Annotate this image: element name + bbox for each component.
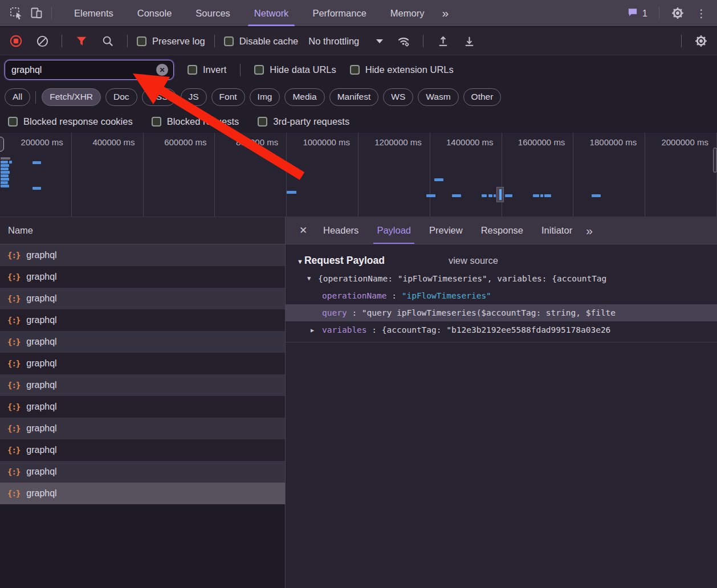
overview-left-handle[interactable] xyxy=(0,137,4,152)
overflow-menu-icon[interactable]: ⋮ xyxy=(691,7,711,20)
braces-icon: {:} xyxy=(7,467,20,476)
name-column-header[interactable]: Name xyxy=(0,217,285,244)
request-row[interactable]: {:} graphql xyxy=(0,461,285,483)
tab-network[interactable]: Network xyxy=(242,0,301,26)
filter-chip-doc[interactable]: Doc xyxy=(105,88,137,106)
device-toolbar-icon[interactable] xyxy=(26,3,47,23)
clear-icon[interactable] xyxy=(32,31,52,51)
request-row[interactable]: {:} graphql xyxy=(0,439,285,461)
view-source-link[interactable]: view source xyxy=(449,255,498,266)
filter-chip-all[interactable]: All xyxy=(5,88,30,106)
checkbox[interactable] xyxy=(254,65,264,75)
payload-value: {accountTag: "b12e3b2192ee5588fdad995178… xyxy=(382,325,611,334)
issues-count: 1 xyxy=(642,8,647,19)
throttling-dropdown[interactable]: No throttling xyxy=(304,36,388,47)
search-icon[interactable] xyxy=(97,31,118,51)
clear-filter-icon[interactable]: ✕ xyxy=(156,64,168,76)
details-tab-label: Response xyxy=(481,225,523,236)
filter-chip-img[interactable]: Img xyxy=(250,88,280,106)
payload-row-variables[interactable]: ▶ variables : {accountTag: "b12e3b2192ee… xyxy=(286,321,717,338)
close-icon[interactable]: ✕ xyxy=(292,217,314,244)
request-row[interactable]: {:} graphql xyxy=(0,374,285,396)
tab-console[interactable]: Console xyxy=(125,0,184,26)
network-settings-gear-icon[interactable] xyxy=(691,31,711,51)
issues-counter[interactable]: 1 xyxy=(624,7,651,20)
payload-row-operationname[interactable]: operationName : "ipFlowTimeseries" xyxy=(286,287,717,304)
network-toolbar: Preserve log Disable cache No throttling xyxy=(0,27,717,55)
export-har-icon[interactable] xyxy=(459,31,479,51)
toggle-3rd-party-requests[interactable]: 3rd-party requests xyxy=(258,116,349,127)
tab-performance[interactable]: Performance xyxy=(300,0,378,26)
checkbox[interactable] xyxy=(224,36,234,46)
expand-triangle-icon[interactable]: ▼ xyxy=(307,275,311,281)
checkbox[interactable] xyxy=(188,65,197,75)
request-row[interactable]: {:} graphql xyxy=(0,353,285,374)
filter-chip-ws[interactable]: WS xyxy=(383,88,413,106)
details-tab-preview[interactable]: Preview xyxy=(429,217,463,244)
details-tabbar: ✕ HeadersPayloadPreviewResponseInitiator… xyxy=(286,217,717,244)
request-row[interactable]: {:} graphql xyxy=(0,244,285,266)
filter-chip-media[interactable]: Media xyxy=(284,88,324,106)
payload-row-query[interactable]: query : "query ipFlowTimeseries($account… xyxy=(286,304,717,321)
expand-triangle-icon[interactable]: ▶ xyxy=(311,321,314,338)
filter-chip-label: Img xyxy=(258,92,272,102)
checkbox[interactable] xyxy=(137,36,146,46)
payload-pane: ▼ Request Payload view source ▼ {operati… xyxy=(286,244,717,342)
checkbox[interactable] xyxy=(350,65,360,75)
filter-chip-font[interactable]: Font xyxy=(211,88,245,106)
payload-summary-text: {operationName: "ipFlowTimeseries", vari… xyxy=(318,274,606,283)
request-row[interactable]: {:} graphql xyxy=(0,309,285,331)
overview-right-handle[interactable] xyxy=(713,148,717,173)
network-overview[interactable]: 200000 ms400000 ms600000 ms800000 ms1000… xyxy=(0,133,717,217)
request-row[interactable]: {:} graphql xyxy=(0,396,285,418)
record-icon[interactable] xyxy=(6,31,26,51)
request-row[interactable]: {:} graphql xyxy=(0,266,285,288)
request-name: graphql xyxy=(26,445,56,455)
payload-summary-row[interactable]: ▼ {operationName: "ipFlowTimeseries", va… xyxy=(286,272,717,287)
request-row[interactable]: {:} graphql xyxy=(0,483,285,504)
checkbox[interactable] xyxy=(8,117,18,126)
details-tab-payload[interactable]: Payload xyxy=(377,217,411,244)
disable-cache-toggle[interactable]: Disable cache xyxy=(224,36,299,47)
settings-gear-icon[interactable] xyxy=(667,3,688,23)
tab-sources[interactable]: Sources xyxy=(184,0,242,26)
filter-chip-fetch-xhr[interactable]: Fetch/XHR xyxy=(42,88,101,106)
filter-chip-wasm[interactable]: Wasm xyxy=(418,88,458,106)
hide-data-urls-toggle[interactable]: Hide data URLs xyxy=(254,64,336,75)
checkbox[interactable] xyxy=(258,117,267,126)
filter-chip-other[interactable]: Other xyxy=(463,88,502,106)
request-row[interactable]: {:} graphql xyxy=(0,331,285,353)
more-tabs-icon[interactable]: » xyxy=(436,6,453,20)
request-payload-section[interactable]: ▼ Request Payload view source xyxy=(286,249,717,272)
network-conditions-icon[interactable] xyxy=(393,31,414,51)
hide-extension-urls-toggle[interactable]: Hide extension URLs xyxy=(350,64,454,75)
filter-input[interactable] xyxy=(10,64,156,76)
toggle-blocked-response-cookies[interactable]: Blocked response cookies xyxy=(8,116,133,127)
inspect-element-icon[interactable] xyxy=(6,3,26,23)
filter-input-wrap: ✕ xyxy=(5,60,174,80)
toggle-blocked-requests[interactable]: Blocked requests xyxy=(152,116,239,127)
request-name: graphql xyxy=(26,380,56,390)
filter-chip-js[interactable]: JS xyxy=(181,88,207,106)
request-name: graphql xyxy=(26,293,56,304)
waterfall-bar xyxy=(1,168,9,170)
filter-funnel-icon[interactable] xyxy=(71,31,92,51)
tab-elements[interactable]: Elements xyxy=(62,0,125,26)
import-har-icon[interactable] xyxy=(433,31,453,51)
details-tab-response[interactable]: Response xyxy=(481,217,523,244)
throttling-value: No throttling xyxy=(308,36,359,47)
details-tab-initiator[interactable]: Initiator xyxy=(541,217,572,244)
collapse-triangle-icon[interactable]: ▼ xyxy=(297,258,303,265)
invert-toggle[interactable]: Invert xyxy=(188,64,226,75)
request-row[interactable]: {:} graphql xyxy=(0,288,285,309)
extra-filter-toggles: Blocked response cookies Blocked request… xyxy=(0,110,717,133)
waterfall-bar xyxy=(544,194,551,197)
checkbox[interactable] xyxy=(152,117,161,126)
more-details-tabs-icon[interactable]: » xyxy=(586,217,592,244)
filter-chip-manifest[interactable]: Manifest xyxy=(329,88,379,106)
preserve-log-toggle[interactable]: Preserve log xyxy=(137,36,205,47)
details-tab-headers[interactable]: Headers xyxy=(323,217,358,244)
filter-chip-css[interactable]: CSS xyxy=(142,88,176,106)
request-row[interactable]: {:} graphql xyxy=(0,418,285,439)
tab-memory[interactable]: Memory xyxy=(378,0,437,26)
